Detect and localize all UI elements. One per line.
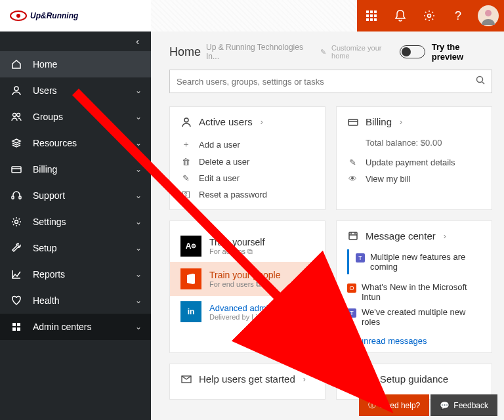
help-button[interactable]: ?: [444, 0, 472, 32]
svg-point-24: [477, 77, 483, 83]
balance-text: Total balance: $0.00: [347, 135, 481, 154]
card-billing: Billing › Total balance: $0.00 ✎Update p…: [336, 106, 492, 210]
card-icon: [347, 117, 359, 127]
svg-point-13: [14, 87, 18, 91]
sidebar: ‹ Home Users ⌄ Groups ⌄ Resources ⌄ Bill…: [0, 32, 151, 420]
trash-icon: 🗑: [180, 157, 191, 167]
svg-point-15: [17, 114, 20, 117]
search-icon[interactable]: [476, 75, 485, 87]
train-people-row[interactable]: Train your peopleFor end users ⧉: [170, 262, 325, 296]
plus-icon: ＋: [180, 138, 191, 150]
external-link-icon: ⧉: [247, 247, 253, 255]
sidebar-item-setup[interactable]: Setup ⌄: [0, 235, 151, 261]
sidebar-item-label: Admin centers: [33, 322, 135, 332]
unread-messages-link[interactable]: 38 unread messages: [347, 336, 481, 346]
sidebar-item-settings[interactable]: Settings ⌄: [0, 209, 151, 235]
train-yourself-row[interactable]: A⚙ Train yourselfFor admins ⧉: [180, 230, 314, 262]
chevron-down-icon: ⌄: [135, 191, 142, 200]
sidebar-item-billing[interactable]: Billing ⌄: [0, 156, 151, 182]
customize-label: Customize your home: [331, 44, 400, 60]
card-header[interactable]: Setup guidance: [347, 373, 481, 385]
linkedin-training-row[interactable]: in Advanced admin traini...Delivered by …: [180, 296, 314, 327]
card-header[interactable]: Help users get started ›: [180, 373, 314, 385]
help-circle-icon: ⓘ: [368, 400, 376, 411]
sidebar-item-home[interactable]: Home: [0, 51, 151, 77]
settings-button[interactable]: [415, 0, 444, 32]
topbar-background: [151, 0, 357, 32]
sidebar-item-reports[interactable]: Reports ⌄: [0, 261, 151, 287]
sidebar-item-groups[interactable]: Groups ⌄: [0, 104, 151, 130]
chevron-down-icon: ⌄: [135, 86, 142, 95]
action-edit-user[interactable]: ✎Edit a user: [180, 170, 314, 186]
card-help-users: Help users get started ›: [169, 364, 326, 400]
billing-icon: [9, 164, 24, 175]
sidebar-item-resources[interactable]: Resources ⌄: [0, 130, 151, 156]
users-icon: [9, 85, 24, 96]
main-content: Home Up & Running Technologies In... ✎ C…: [151, 32, 504, 420]
company-logo: Up&Running: [4, 9, 78, 22]
message-item[interactable]: TWe've created multiple new roles: [347, 304, 481, 329]
sidebar-item-label: Support: [33, 190, 135, 201]
chevron-down-icon: ⌄: [135, 243, 142, 253]
resources-icon: [9, 138, 24, 148]
search-box[interactable]: [169, 70, 492, 93]
svg-rect-6: [370, 14, 373, 17]
try-preview-toggle[interactable]: Try the preview: [400, 42, 492, 62]
svg-point-12: [485, 10, 492, 16]
chevron-right-icon: ›: [261, 117, 263, 127]
card-header[interactable]: Message center ›: [347, 230, 481, 242]
action-add-user[interactable]: ＋Add a user: [180, 135, 314, 154]
card-header[interactable]: Active users ›: [180, 116, 314, 127]
svg-point-11: [428, 14, 431, 18]
message-item[interactable]: OWhat's New in the Microsoft Intun: [347, 280, 481, 304]
app-launcher-button[interactable]: [357, 0, 386, 32]
search-input[interactable]: [177, 77, 476, 87]
admin-centers-icon: [9, 322, 24, 332]
svg-point-25: [184, 118, 188, 122]
card-active-users: Active users › ＋Add a user 🗑Delete a use…: [169, 106, 326, 210]
chevron-down-icon: ⌄: [135, 165, 142, 174]
logo-area: Up&Running: [0, 0, 151, 32]
sidebar-item-users[interactable]: Users ⌄: [0, 77, 151, 104]
eye-icon: 👁: [347, 174, 358, 184]
card-header[interactable]: Billing ›: [347, 116, 481, 127]
user-icon: [180, 117, 192, 127]
page-title: Home: [169, 45, 201, 59]
sidebar-item-label: Groups: [33, 112, 135, 122]
action-update-payment[interactable]: ✎Update payment details: [347, 154, 481, 171]
collapse-sidebar-button[interactable]: ‹: [0, 32, 151, 51]
sidebar-item-label: Settings: [33, 217, 135, 227]
svg-point-19: [15, 220, 18, 224]
chevron-down-icon: ⌄: [135, 270, 142, 279]
action-delete-user[interactable]: 🗑Delete a user: [180, 154, 314, 170]
svg-rect-18: [19, 196, 21, 199]
sidebar-item-health[interactable]: Health ⌄: [0, 287, 151, 314]
card-training: A⚙ Train yourselfFor admins ⧉ Train your…: [169, 220, 326, 353]
svg-point-14: [13, 114, 16, 117]
home-icon: [9, 59, 24, 70]
need-help-button[interactable]: ⓘNeed help?: [359, 394, 429, 416]
action-reset-password[interactable]: ⚿Reset a password: [180, 186, 314, 203]
health-icon: [9, 295, 24, 306]
chevron-down-icon: ⌄: [135, 112, 142, 121]
sidebar-item-admin-centers[interactable]: Admin centers ⌄: [0, 314, 151, 340]
chevron-left-icon: ‹: [136, 36, 139, 47]
chevron-right-icon: ›: [444, 232, 446, 241]
svg-rect-17: [12, 196, 14, 199]
chevron-right-icon: ›: [303, 375, 306, 384]
sidebar-item-support[interactable]: Support ⌄: [0, 182, 151, 209]
key-icon: ⚿: [180, 190, 191, 200]
sidebar-item-label: Billing: [33, 164, 135, 175]
feedback-button[interactable]: 💬Feedback: [430, 394, 497, 416]
toggle-switch[interactable]: [400, 45, 425, 58]
svg-rect-23: [17, 327, 20, 331]
message-item[interactable]: TMultiple new features are coming: [356, 249, 481, 274]
sidebar-item-label: Health: [33, 295, 135, 306]
user-avatar[interactable]: [478, 5, 499, 26]
svg-rect-9: [370, 18, 373, 21]
notifications-button[interactable]: [386, 0, 415, 32]
action-view-bill[interactable]: 👁View my bill: [347, 171, 481, 187]
edit-icon[interactable]: ✎: [320, 48, 326, 56]
svg-rect-27: [349, 232, 357, 240]
reports-icon: [9, 269, 24, 280]
